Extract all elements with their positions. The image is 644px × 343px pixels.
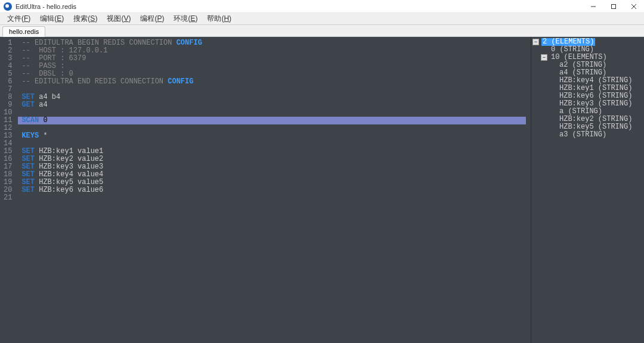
menu-帮助[interactable]: 帮助(H): [202, 13, 236, 25]
menu-编程[interactable]: 编程(P): [135, 13, 169, 25]
code-line[interactable]: [18, 86, 531, 93]
code-line[interactable]: SET HZB:key6 value6: [18, 186, 531, 194]
maximize-button[interactable]: [603, 0, 624, 13]
tabbar: hello.redis: [0, 25, 644, 37]
results-tree[interactable]: −2 (ELEMENTS)0 (STRING)−10 (ELEMENTS)a2 …: [531, 37, 644, 343]
titlebar: EditUltra - hello.redis: [0, 0, 644, 13]
code-line[interactable]: [18, 124, 531, 132]
code-line[interactable]: [18, 109, 531, 117]
expand-icon[interactable]: −: [541, 54, 547, 61]
code-area[interactable]: -- EDITULTRA BEGIN REDIS CONNECTION CONF…: [18, 37, 531, 343]
code-line[interactable]: -- PASS :: [18, 63, 531, 70]
code-line[interactable]: SET a4 b4: [18, 93, 531, 101]
minimize-button[interactable]: [583, 0, 603, 13]
code-line[interactable]: GET a4: [18, 101, 531, 109]
app-icon: [4, 2, 12, 11]
menu-搜索[interactable]: 搜索(S): [69, 13, 102, 25]
line-gutter: 123456789101112131415161718192021: [0, 37, 18, 343]
code-editor[interactable]: 123456789101112131415161718192021 -- EDI…: [0, 37, 531, 343]
code-line[interactable]: -- EDITULTRA END REDIS CONNECTION CONFIG: [18, 78, 531, 86]
menu-编辑[interactable]: 编辑(E): [35, 13, 69, 25]
menu-视图[interactable]: 视图(V): [102, 13, 135, 25]
code-line[interactable]: KEYS *: [18, 132, 531, 140]
line-number: 21: [4, 194, 12, 202]
menubar: 文件(F)编辑(E)搜索(S)视图(V)编程(P)环境(E)帮助(H): [0, 13, 644, 25]
window-controls: [583, 0, 644, 13]
workspace: 123456789101112131415161718192021 -- EDI…: [0, 37, 644, 343]
close-button[interactable]: [624, 0, 644, 13]
tree-node[interactable]: a3 (STRING): [531, 131, 644, 139]
code-line[interactable]: -- PORT : 6379: [18, 55, 531, 63]
code-line[interactable]: [18, 194, 531, 202]
menu-文件[interactable]: 文件(F): [2, 13, 35, 25]
svg-rect-1: [612, 4, 616, 8]
code-line[interactable]: SCAN 0: [18, 117, 526, 124]
window-title: EditUltra - hello.redis: [16, 3, 76, 10]
expand-icon[interactable]: −: [532, 39, 539, 45]
code-line[interactable]: -- HOST : 127.0.0.1: [18, 47, 531, 55]
menu-环境[interactable]: 环境(E): [169, 13, 202, 25]
file-tab[interactable]: hello.redis: [2, 26, 45, 37]
tree-label[interactable]: a3 (STRING): [558, 131, 608, 139]
